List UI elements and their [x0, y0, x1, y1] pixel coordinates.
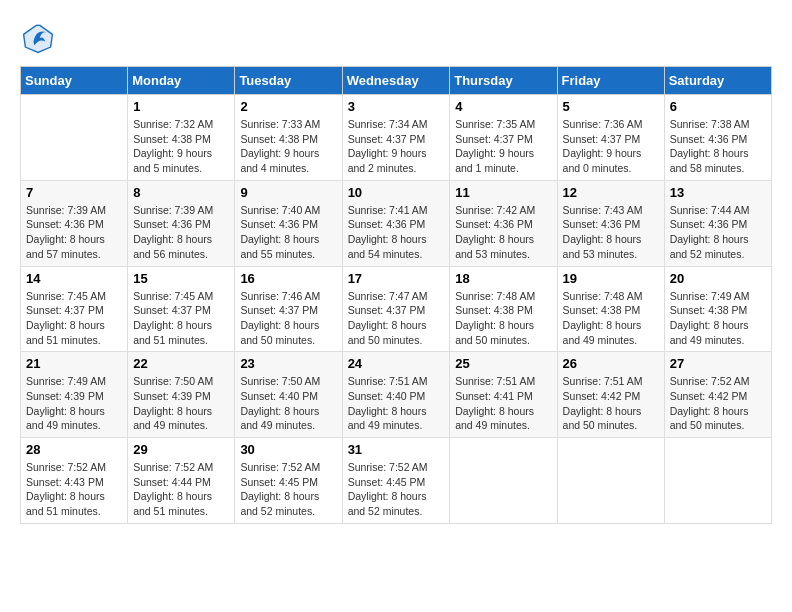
- day-info: Sunrise: 7:47 AM Sunset: 4:37 PM Dayligh…: [348, 289, 445, 348]
- day-number: 23: [240, 356, 336, 371]
- day-info: Sunrise: 7:45 AM Sunset: 4:37 PM Dayligh…: [26, 289, 122, 348]
- day-info: Sunrise: 7:43 AM Sunset: 4:36 PM Dayligh…: [563, 203, 659, 262]
- day-info: Sunrise: 7:52 AM Sunset: 4:42 PM Dayligh…: [670, 374, 766, 433]
- calendar-cell: 1Sunrise: 7:32 AM Sunset: 4:38 PM Daylig…: [128, 95, 235, 181]
- day-info: Sunrise: 7:52 AM Sunset: 4:45 PM Dayligh…: [240, 460, 336, 519]
- day-of-week-header: Wednesday: [342, 67, 450, 95]
- calendar-cell: 12Sunrise: 7:43 AM Sunset: 4:36 PM Dayli…: [557, 180, 664, 266]
- day-number: 7: [26, 185, 122, 200]
- day-number: 16: [240, 271, 336, 286]
- day-info: Sunrise: 7:45 AM Sunset: 4:37 PM Dayligh…: [133, 289, 229, 348]
- day-info: Sunrise: 7:42 AM Sunset: 4:36 PM Dayligh…: [455, 203, 551, 262]
- calendar-cell: 21Sunrise: 7:49 AM Sunset: 4:39 PM Dayli…: [21, 352, 128, 438]
- day-info: Sunrise: 7:44 AM Sunset: 4:36 PM Dayligh…: [670, 203, 766, 262]
- calendar-header-row: SundayMondayTuesdayWednesdayThursdayFrid…: [21, 67, 772, 95]
- calendar-cell: 26Sunrise: 7:51 AM Sunset: 4:42 PM Dayli…: [557, 352, 664, 438]
- calendar-cell: [21, 95, 128, 181]
- day-number: 22: [133, 356, 229, 371]
- day-info: Sunrise: 7:39 AM Sunset: 4:36 PM Dayligh…: [26, 203, 122, 262]
- calendar-cell: 2Sunrise: 7:33 AM Sunset: 4:38 PM Daylig…: [235, 95, 342, 181]
- day-number: 11: [455, 185, 551, 200]
- day-number: 29: [133, 442, 229, 457]
- calendar-week-row: 14Sunrise: 7:45 AM Sunset: 4:37 PM Dayli…: [21, 266, 772, 352]
- day-info: Sunrise: 7:50 AM Sunset: 4:39 PM Dayligh…: [133, 374, 229, 433]
- calendar-week-row: 1Sunrise: 7:32 AM Sunset: 4:38 PM Daylig…: [21, 95, 772, 181]
- calendar-week-row: 7Sunrise: 7:39 AM Sunset: 4:36 PM Daylig…: [21, 180, 772, 266]
- day-number: 20: [670, 271, 766, 286]
- calendar-cell: [450, 438, 557, 524]
- calendar-cell: 10Sunrise: 7:41 AM Sunset: 4:36 PM Dayli…: [342, 180, 450, 266]
- calendar-cell: 29Sunrise: 7:52 AM Sunset: 4:44 PM Dayli…: [128, 438, 235, 524]
- day-info: Sunrise: 7:36 AM Sunset: 4:37 PM Dayligh…: [563, 117, 659, 176]
- day-of-week-header: Thursday: [450, 67, 557, 95]
- day-number: 10: [348, 185, 445, 200]
- calendar-cell: 23Sunrise: 7:50 AM Sunset: 4:40 PM Dayli…: [235, 352, 342, 438]
- day-number: 31: [348, 442, 445, 457]
- day-number: 6: [670, 99, 766, 114]
- day-info: Sunrise: 7:50 AM Sunset: 4:40 PM Dayligh…: [240, 374, 336, 433]
- calendar-cell: 20Sunrise: 7:49 AM Sunset: 4:38 PM Dayli…: [664, 266, 771, 352]
- calendar-cell: 18Sunrise: 7:48 AM Sunset: 4:38 PM Dayli…: [450, 266, 557, 352]
- day-number: 12: [563, 185, 659, 200]
- day-number: 17: [348, 271, 445, 286]
- day-number: 25: [455, 356, 551, 371]
- page-header: [20, 20, 772, 56]
- day-of-week-header: Friday: [557, 67, 664, 95]
- day-info: Sunrise: 7:38 AM Sunset: 4:36 PM Dayligh…: [670, 117, 766, 176]
- day-info: Sunrise: 7:39 AM Sunset: 4:36 PM Dayligh…: [133, 203, 229, 262]
- day-info: Sunrise: 7:51 AM Sunset: 4:41 PM Dayligh…: [455, 374, 551, 433]
- calendar-cell: 9Sunrise: 7:40 AM Sunset: 4:36 PM Daylig…: [235, 180, 342, 266]
- calendar-cell: 6Sunrise: 7:38 AM Sunset: 4:36 PM Daylig…: [664, 95, 771, 181]
- day-number: 28: [26, 442, 122, 457]
- calendar-cell: 24Sunrise: 7:51 AM Sunset: 4:40 PM Dayli…: [342, 352, 450, 438]
- day-number: 4: [455, 99, 551, 114]
- day-info: Sunrise: 7:49 AM Sunset: 4:38 PM Dayligh…: [670, 289, 766, 348]
- day-info: Sunrise: 7:48 AM Sunset: 4:38 PM Dayligh…: [455, 289, 551, 348]
- day-number: 24: [348, 356, 445, 371]
- day-number: 9: [240, 185, 336, 200]
- calendar-cell: 14Sunrise: 7:45 AM Sunset: 4:37 PM Dayli…: [21, 266, 128, 352]
- calendar-cell: [557, 438, 664, 524]
- day-number: 5: [563, 99, 659, 114]
- calendar-week-row: 21Sunrise: 7:49 AM Sunset: 4:39 PM Dayli…: [21, 352, 772, 438]
- day-info: Sunrise: 7:40 AM Sunset: 4:36 PM Dayligh…: [240, 203, 336, 262]
- day-info: Sunrise: 7:51 AM Sunset: 4:40 PM Dayligh…: [348, 374, 445, 433]
- day-number: 2: [240, 99, 336, 114]
- day-info: Sunrise: 7:48 AM Sunset: 4:38 PM Dayligh…: [563, 289, 659, 348]
- day-number: 18: [455, 271, 551, 286]
- day-of-week-header: Sunday: [21, 67, 128, 95]
- day-info: Sunrise: 7:52 AM Sunset: 4:43 PM Dayligh…: [26, 460, 122, 519]
- calendar-cell: 28Sunrise: 7:52 AM Sunset: 4:43 PM Dayli…: [21, 438, 128, 524]
- calendar-cell: 19Sunrise: 7:48 AM Sunset: 4:38 PM Dayli…: [557, 266, 664, 352]
- day-of-week-header: Monday: [128, 67, 235, 95]
- day-number: 1: [133, 99, 229, 114]
- calendar-cell: 15Sunrise: 7:45 AM Sunset: 4:37 PM Dayli…: [128, 266, 235, 352]
- calendar-cell: 7Sunrise: 7:39 AM Sunset: 4:36 PM Daylig…: [21, 180, 128, 266]
- calendar-cell: 31Sunrise: 7:52 AM Sunset: 4:45 PM Dayli…: [342, 438, 450, 524]
- day-number: 19: [563, 271, 659, 286]
- calendar-cell: 3Sunrise: 7:34 AM Sunset: 4:37 PM Daylig…: [342, 95, 450, 181]
- calendar-cell: 27Sunrise: 7:52 AM Sunset: 4:42 PM Dayli…: [664, 352, 771, 438]
- calendar-week-row: 28Sunrise: 7:52 AM Sunset: 4:43 PM Dayli…: [21, 438, 772, 524]
- day-number: 13: [670, 185, 766, 200]
- day-number: 21: [26, 356, 122, 371]
- calendar-cell: 17Sunrise: 7:47 AM Sunset: 4:37 PM Dayli…: [342, 266, 450, 352]
- day-number: 8: [133, 185, 229, 200]
- day-of-week-header: Tuesday: [235, 67, 342, 95]
- day-number: 3: [348, 99, 445, 114]
- day-info: Sunrise: 7:33 AM Sunset: 4:38 PM Dayligh…: [240, 117, 336, 176]
- day-number: 30: [240, 442, 336, 457]
- logo: [20, 20, 60, 56]
- day-number: 14: [26, 271, 122, 286]
- day-info: Sunrise: 7:52 AM Sunset: 4:44 PM Dayligh…: [133, 460, 229, 519]
- day-info: Sunrise: 7:35 AM Sunset: 4:37 PM Dayligh…: [455, 117, 551, 176]
- calendar-cell: 5Sunrise: 7:36 AM Sunset: 4:37 PM Daylig…: [557, 95, 664, 181]
- day-info: Sunrise: 7:51 AM Sunset: 4:42 PM Dayligh…: [563, 374, 659, 433]
- calendar-table: SundayMondayTuesdayWednesdayThursdayFrid…: [20, 66, 772, 524]
- calendar-cell: 8Sunrise: 7:39 AM Sunset: 4:36 PM Daylig…: [128, 180, 235, 266]
- calendar-cell: 13Sunrise: 7:44 AM Sunset: 4:36 PM Dayli…: [664, 180, 771, 266]
- calendar-cell: 22Sunrise: 7:50 AM Sunset: 4:39 PM Dayli…: [128, 352, 235, 438]
- calendar-cell: 4Sunrise: 7:35 AM Sunset: 4:37 PM Daylig…: [450, 95, 557, 181]
- calendar-cell: 16Sunrise: 7:46 AM Sunset: 4:37 PM Dayli…: [235, 266, 342, 352]
- day-of-week-header: Saturday: [664, 67, 771, 95]
